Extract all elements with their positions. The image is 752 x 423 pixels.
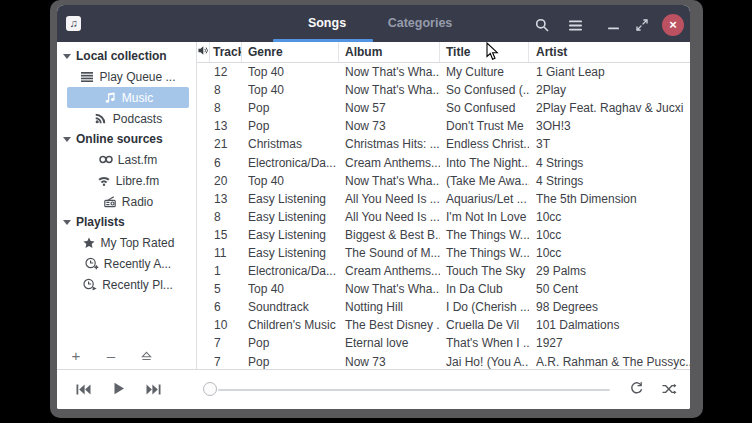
item-label: Play Queue ...: [99, 70, 175, 84]
table-row[interactable]: 6 Soundtrack Notting Hill I Do (Cherish …: [197, 298, 690, 316]
tab-songs[interactable]: Songs: [297, 5, 357, 42]
seek-slider-track[interactable]: [218, 389, 610, 392]
table-row[interactable]: 7 Pop Eternal love That's When I ... 192…: [197, 334, 690, 352]
cell-track: 1: [210, 264, 242, 278]
sidebar-item[interactable]: Radio: [67, 191, 189, 212]
sidebar-section-header[interactable]: Online sources: [57, 129, 196, 149]
table-row[interactable]: 13 Pop Now 73 Don't Trust Me 3OH!3: [197, 117, 690, 135]
column-header-track[interactable]: Track: [210, 42, 242, 62]
skip-backward-icon: [76, 381, 91, 399]
cell-artist: 3OH!3: [529, 119, 690, 133]
table-row[interactable]: 21 Christmas Christmas Hits: ... Endless…: [197, 135, 690, 153]
cell-artist: 10cc: [529, 228, 690, 242]
sidebar-item[interactable]: Podcasts: [67, 108, 189, 129]
cell-album: All You Need Is ...: [339, 192, 440, 206]
menu-button[interactable]: [564, 14, 586, 36]
seek-slider-knob[interactable]: [203, 382, 217, 396]
hamburger-menu-icon: [569, 20, 582, 31]
cell-track: 13: [210, 119, 242, 133]
table-row[interactable]: 8 Top 40 Now That's Wha... So Confused (…: [197, 81, 690, 99]
column-header-playing[interactable]: [197, 42, 210, 62]
tab-categories[interactable]: Categories: [380, 5, 460, 42]
sidebar-item[interactable]: Recently A...: [67, 253, 189, 274]
table-row[interactable]: 12 Top 40 Now That's Wha... My Culture 1…: [197, 63, 690, 81]
sidebar-item[interactable]: Play Queue ...: [67, 66, 189, 87]
sidebar-section-header[interactable]: Playlists: [57, 212, 196, 232]
sidebar-item[interactable]: My Top Rated: [67, 232, 189, 253]
cell-genre: Pop: [242, 336, 339, 350]
cell-track: 7: [210, 355, 242, 369]
repeat-button[interactable]: [628, 382, 646, 398]
column-header-genre[interactable]: Genre: [242, 42, 339, 62]
table-header-row: Track Genre Album Title Artist: [197, 42, 690, 63]
sidebar-section: Local collection Play Queue ... Music Po…: [57, 46, 196, 129]
sidebar-item[interactable]: Libre.fm: [67, 170, 189, 191]
cell-artist: 4 Strings: [529, 156, 690, 170]
play-icon: [113, 381, 125, 399]
cell-track: 21: [210, 137, 242, 151]
cell-genre: Top 40: [242, 83, 339, 97]
cell-title: Into The Night...: [440, 156, 529, 170]
next-button[interactable]: [143, 383, 163, 397]
table-row[interactable]: 11 Easy Listening The Sound of M... The …: [197, 244, 690, 262]
minimize-button[interactable]: [602, 14, 624, 36]
play-queue-icon: [80, 70, 94, 83]
cell-artist: The 5th Dimension: [529, 192, 690, 206]
table-row[interactable]: 8 Easy Listening All You Need Is ... I'm…: [197, 208, 690, 226]
item-label: Libre.fm: [116, 174, 159, 188]
table-row[interactable]: 10 Children's Music The Best Disney ... …: [197, 316, 690, 334]
previous-button[interactable]: [73, 383, 93, 397]
search-button[interactable]: [531, 14, 553, 36]
maximize-button[interactable]: [631, 14, 653, 36]
table-row[interactable]: 13 Easy Listening All You Need Is ... Aq…: [197, 190, 690, 208]
sidebar-item[interactable]: Last.fm: [67, 149, 189, 170]
add-button[interactable]: +: [69, 348, 83, 362]
active-tab-underline: [273, 39, 373, 42]
remove-button[interactable]: –: [104, 348, 118, 362]
table-row[interactable]: 8 Pop Now 57 So Confused 2Play Feat. Rag…: [197, 99, 690, 117]
sidebar-item[interactable]: Music: [67, 87, 189, 108]
cell-genre: Top 40: [242, 65, 339, 79]
column-header-artist[interactable]: Artist: [529, 42, 690, 62]
cell-title: Aquarius/Let ...: [440, 192, 529, 206]
cell-album: Now 57: [339, 101, 440, 115]
cell-track: 15: [210, 228, 242, 242]
skip-forward-icon: [146, 381, 161, 399]
play-button[interactable]: [109, 383, 129, 397]
cell-genre: Easy Listening: [242, 210, 339, 224]
shuffle-button[interactable]: [660, 382, 678, 398]
cell-genre: Easy Listening: [242, 246, 339, 260]
table-row[interactable]: 6 Electronica/Da... Cream Anthems... Int…: [197, 153, 690, 171]
table-row[interactable]: 20 Top 40 Now That's Wha... (Take Me Awa…: [197, 172, 690, 190]
cell-track: 11: [210, 246, 242, 260]
column-header-album[interactable]: Album: [339, 42, 440, 62]
table-row[interactable]: 15 Easy Listening Biggest & Best B... Th…: [197, 226, 690, 244]
cell-album: Now That's Wha...: [339, 83, 440, 97]
section-label: Online sources: [76, 132, 163, 146]
table-row[interactable]: 7 Pop Now 73 Jai Ho! (You A... A.R. Rahm…: [197, 353, 690, 370]
mouse-cursor: [486, 42, 499, 61]
sidebar-item[interactable]: Recently Pl...: [67, 274, 189, 295]
table-row[interactable]: 1 Electronica/Da... Cream Anthems... Tou…: [197, 262, 690, 280]
cell-artist: 98 Degrees: [529, 300, 690, 314]
eject-button[interactable]: [139, 348, 153, 362]
table-row[interactable]: 5 Top 40 Now That's Wha... In Da Club 50…: [197, 280, 690, 298]
app-music-note-icon: ♫: [66, 16, 81, 31]
cell-artist: 1 Giant Leap: [529, 65, 690, 79]
column-header-title[interactable]: Title: [440, 42, 529, 62]
close-button[interactable]: ×: [662, 14, 684, 36]
cell-genre: Easy Listening: [242, 228, 339, 242]
sidebar-section-header[interactable]: Local collection: [57, 46, 196, 66]
cell-album: Now That's Wha...: [339, 282, 440, 296]
cell-album: All You Need Is ...: [339, 210, 440, 224]
section-label: Local collection: [76, 49, 167, 63]
cell-track: 8: [210, 83, 242, 97]
cell-album: Cream Anthems...: [339, 264, 440, 278]
cell-artist: 29 Palms: [529, 264, 690, 278]
speaker-icon: [198, 45, 209, 59]
cell-genre: Top 40: [242, 174, 339, 188]
titlebar[interactable]: ♫ Songs Categories ×: [57, 5, 690, 42]
item-label: Recently A...: [104, 257, 171, 271]
music-player-window: ♫ Songs Categories × Local collection Pl…: [57, 5, 690, 409]
sidebar-sections: Local collection Play Queue ... Music Po…: [57, 46, 196, 295]
